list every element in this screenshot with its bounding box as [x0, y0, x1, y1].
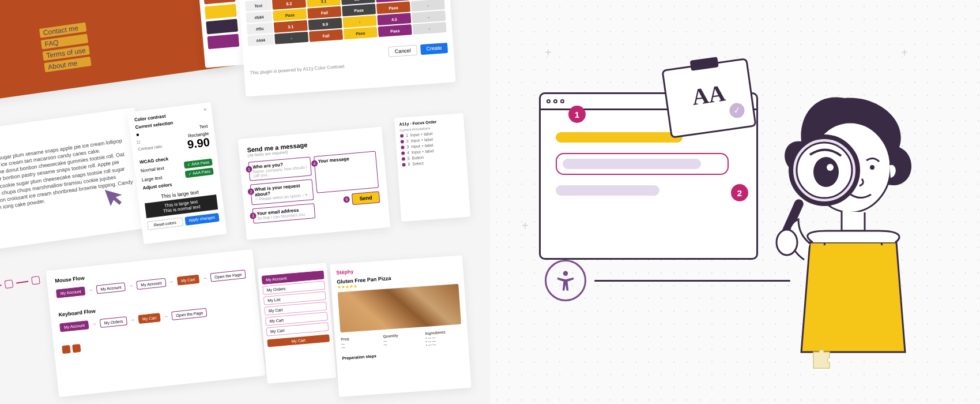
plus-icon: + [545, 46, 552, 59]
clipboard-aa: AA ✓ [661, 58, 756, 139]
plus-icon: + [522, 219, 529, 233]
message-field[interactable]: 4 Your message [314, 151, 379, 193]
clipboard-clip-icon [690, 57, 719, 71]
window-dot-icon [546, 99, 551, 103]
plus-icon: + [901, 46, 908, 59]
apply-button[interactable]: Apply changes [184, 213, 220, 226]
person-with-magnifier-icon [747, 87, 943, 364]
contact-form-card: Send me a message (All fields are requir… [238, 126, 390, 240]
content-line [563, 159, 701, 169]
step-badge-2: 2 [731, 184, 748, 201]
content-line [556, 132, 683, 143]
opt-text: Text [199, 124, 208, 130]
window-dot-icon [560, 99, 564, 103]
collage-left: Contact me FAQ Terms of use About me Jel… [0, 0, 490, 404]
svg-point-5 [813, 157, 839, 187]
recipe-card: Stéphy Gluten Free Pan Pizza ★★★★★ Prep—… [330, 255, 471, 396]
body-text-card: a 26px Title px text... Cookie muffin su… [0, 107, 152, 256]
banner-nav: Contact me FAQ Terms of use About me [39, 23, 91, 72]
create-button[interactable]: Create [420, 43, 448, 55]
about-field[interactable]: 2 What is your request about? -- Please … [250, 179, 314, 205]
svg-point-6 [827, 164, 834, 171]
who-field[interactable]: 1 Who are you? Name, company, how should… [248, 156, 311, 181]
message-label: Your message [318, 154, 372, 164]
window-dot-icon [553, 99, 557, 103]
email-field[interactable]: 3 Your email address So that I can recon… [252, 203, 315, 223]
flow-node: Open the Page [171, 308, 207, 320]
focus-list-card: My Account My Orders My List My Cart My … [258, 263, 337, 384]
large-text-label: Large text [141, 175, 162, 182]
flow-node: My Orders [100, 316, 127, 328]
highlighted-row [556, 153, 729, 175]
pass-badge: ✓ AAA Pass [185, 167, 214, 178]
flow-node: Open the Page [210, 270, 246, 282]
send-button[interactable]: Send [352, 191, 380, 205]
illustration-right: + + + 1 2 AA ✓ [490, 0, 980, 404]
flow-diagram-card: Mouse Flow My Account→ My Account→ My Ac… [46, 249, 265, 397]
normal-text-label: Normal text [140, 165, 164, 173]
mini-flow-icon [0, 275, 49, 331]
color-swatches-card [198, 0, 246, 68]
recipe-image [338, 284, 461, 332]
content-line [556, 185, 659, 196]
swatch [207, 34, 239, 50]
focus-order-card: A11y - Focus Order Current Annotations 1… [394, 113, 470, 222]
swatch [203, 0, 236, 5]
flow-node: My Account [96, 282, 126, 294]
flow-avatars [62, 326, 253, 354]
flow-node: My Account [59, 320, 89, 332]
pass-badge: ✓ AAA Pass [184, 159, 213, 169]
flow-node: My Account [137, 278, 166, 290]
flow-node: My Cart [176, 275, 199, 286]
contrast-matrix-card: Text 8.2 3.1 12.4 6.7 - #b84 Pass Fail P… [239, 0, 455, 97]
preview-box: This is large text This is large text Th… [144, 185, 218, 218]
svg-point-0 [563, 271, 568, 276]
swatch [205, 4, 237, 20]
cancel-button[interactable]: Cancel [388, 45, 417, 57]
puzzle-icon [810, 346, 833, 369]
accessibility-icon [545, 260, 586, 301]
swatch [206, 19, 238, 35]
flow-node: My Cart [138, 313, 161, 324]
svg-point-8 [777, 230, 797, 255]
reset-button[interactable]: Reset colors [147, 218, 183, 230]
step-badge-1: 1 [568, 106, 586, 123]
list-end: My Cart [267, 334, 330, 347]
close-icon[interactable]: × [203, 106, 207, 113]
flow-node: My Account [56, 287, 85, 298]
svg-point-2 [870, 165, 875, 170]
contrast-panel-card: × Color contrast Current selection ■Text… [128, 102, 227, 244]
contrast-grid: Text 8.2 3.1 12.4 6.7 - #b84 Pass Fail P… [245, 0, 447, 46]
